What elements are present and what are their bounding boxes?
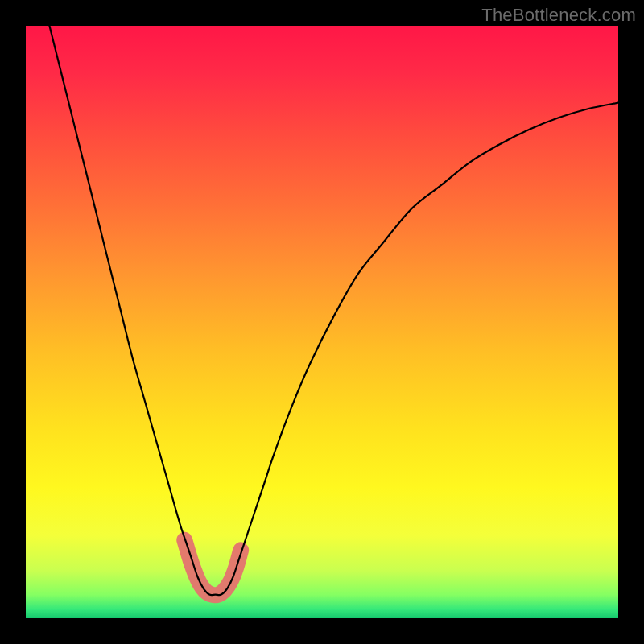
plot-area — [26, 26, 618, 618]
bottleneck-chart — [26, 26, 618, 618]
watermark-text: TheBottleneck.com — [481, 5, 636, 26]
outer-frame: TheBottleneck.com — [0, 0, 644, 644]
gradient-background — [26, 26, 618, 618]
